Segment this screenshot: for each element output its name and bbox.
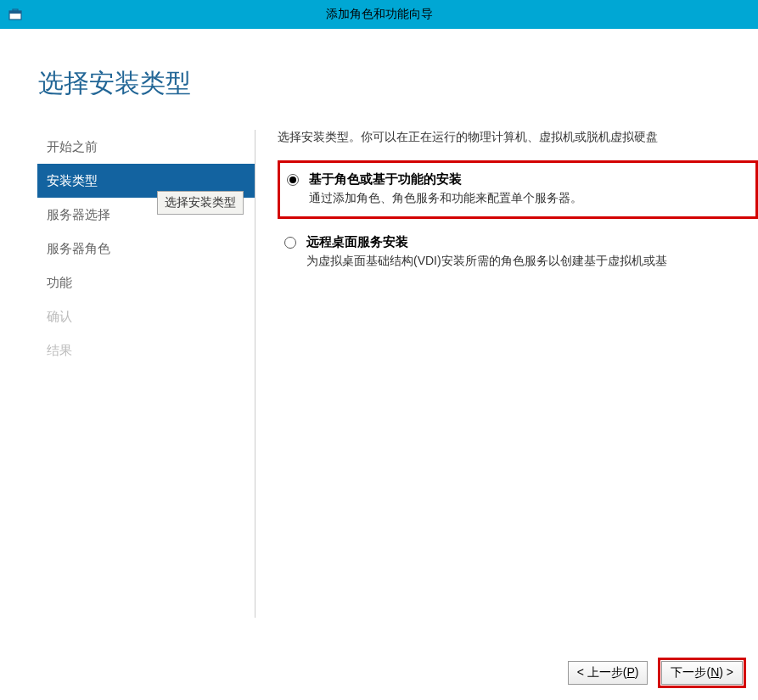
sidebar-item-before-you-begin[interactable]: 开始之前 (38, 130, 255, 164)
footer: < 上一步(P) 下一步(N) > (566, 658, 746, 688)
option-title: 远程桌面服务安装 (306, 234, 751, 250)
titlebar: 添加角色和功能向导 (0, 0, 758, 29)
window-title: 添加角色和功能向导 (326, 7, 433, 22)
main-panel: 选择安装类型。你可以在正在运行的物理计算机、虚拟机或脱机虚拟硬盘 基于角色或基于… (255, 130, 758, 618)
sidebar-item-features[interactable]: 功能 (38, 266, 255, 300)
previous-button[interactable]: < 上一步(P) (568, 661, 649, 685)
next-button[interactable]: 下一步(N) > (661, 661, 743, 685)
radio-icon[interactable] (287, 174, 299, 186)
app-icon (8, 8, 22, 21)
radio-icon[interactable] (284, 237, 296, 249)
page-title: 选择安装类型 (0, 29, 758, 101)
option-role-based[interactable]: 基于角色或基于功能的安装 通过添加角色、角色服务和功能来配置单个服务器。 (278, 160, 758, 219)
sidebar-item-confirmation: 确认 (38, 300, 255, 333)
sidebar-item-server-roles[interactable]: 服务器角色 (38, 232, 255, 266)
option-desc: 为虚拟桌面基础结构(VDI)安装所需的角色服务以创建基于虚拟机或基 (306, 254, 751, 269)
option-title: 基于角色或基于功能的安装 (309, 171, 749, 188)
sidebar-tooltip: 选择安装类型 (157, 191, 244, 215)
intro-text: 选择安装类型。你可以在正在运行的物理计算机、虚拟机或脱机虚拟硬盘 (278, 130, 758, 145)
sidebar-item-results: 结果 (38, 333, 255, 367)
wizard-sidebar: 开始之前 安装类型 服务器选择 服务器角色 功能 确认 结果 选择安装类型 (0, 130, 255, 618)
option-remote-desktop[interactable]: 远程桌面服务安装 为虚拟桌面基础结构(VDI)安装所需的角色服务以创建基于虚拟机… (278, 226, 758, 279)
svg-rect-2 (13, 9, 18, 11)
option-desc: 通过添加角色、角色服务和功能来配置单个服务器。 (309, 191, 749, 206)
